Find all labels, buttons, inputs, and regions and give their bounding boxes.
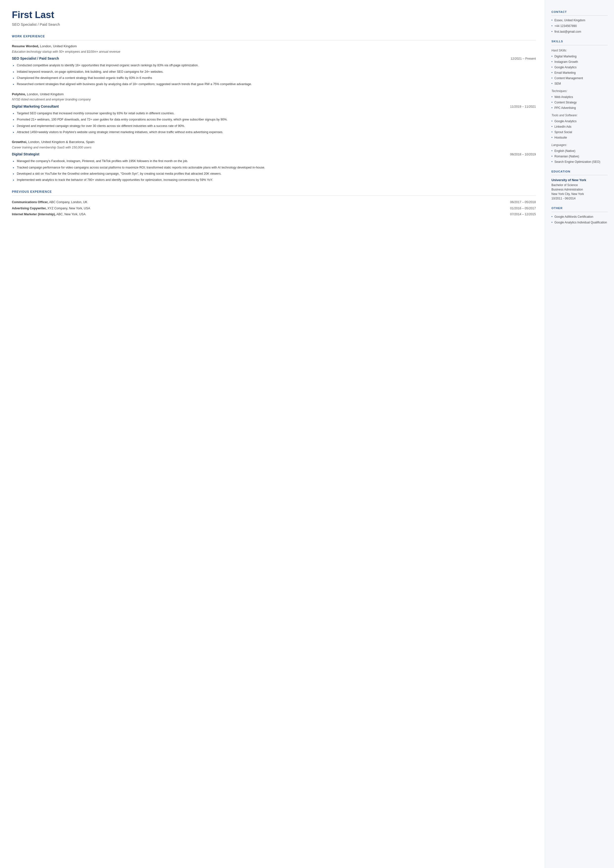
bullet-item: Promoted 21+ webinars, 100 PDF downloads… xyxy=(12,117,536,122)
bullet-item: Championed the development of a content … xyxy=(12,76,536,81)
bullet-item: Developed a skit on YouTube for the Grow… xyxy=(12,171,536,176)
hard-skills-list: Digital Marketing Instagram Growth Googl… xyxy=(552,54,608,86)
prev-exp-row: Advertising Copywriter, XYZ Company, New… xyxy=(12,205,536,211)
job-block-3: Growthsi, London, United Kingdom & Barce… xyxy=(12,140,536,183)
skill-item: Web Analytics xyxy=(552,95,608,99)
skill-item: PPC Advertising xyxy=(552,106,608,110)
company-name-1: Resume Worded, London, United Kingdom xyxy=(12,44,536,49)
contact-location: Essex, United Kingdom xyxy=(552,18,608,23)
prev-exp-dates: 06/2017 – 05/2018 xyxy=(352,199,536,205)
contact-heading: CONTACT xyxy=(552,10,608,16)
bullet-item: Initiated keyword research, on-page opti… xyxy=(12,70,536,74)
bullet-item: Attracted 1450+weekly visitors to Polyhi… xyxy=(12,130,536,135)
languages-list: English (Native) Romanian (Native) Searc… xyxy=(552,149,608,164)
job-bullets-3: Managed the company's Facebook, Instagra… xyxy=(12,159,536,183)
edu-field: Business Administration xyxy=(552,187,608,192)
job-dates-3: 06/2018 – 10/2019 xyxy=(510,152,536,157)
job-bullets-2: Targeted SEO campaigns that increased mo… xyxy=(12,111,536,135)
skill-item: Google Analytics xyxy=(552,119,608,123)
techniques-label: Techniques: xyxy=(552,89,608,93)
job-header-2: Digital Marketing Consultant 11/2019 – 1… xyxy=(12,104,536,109)
candidate-name: First Last xyxy=(12,10,536,20)
left-column: First Last SEO Specialist / Paid Search … xyxy=(0,0,545,868)
previous-experience-heading: PREVIOUS EXPERIENCE xyxy=(12,189,536,196)
skill-item: Romanian (Native) xyxy=(552,154,608,158)
skill-item: LinkedIn Ads xyxy=(552,124,608,129)
job-bullets-1: Conducted competitive analysis to identi… xyxy=(12,63,536,87)
job-dates-2: 11/2019 – 11/2021 xyxy=(510,104,536,109)
company-name-3: Growthsi, London, United Kingdom & Barce… xyxy=(12,140,536,144)
previous-experience-table: Communications Officer, ABC Company, Lon… xyxy=(12,199,536,217)
skill-item: Instagram Growth xyxy=(552,60,608,64)
education-block: University of New York Bachelor of Scien… xyxy=(552,178,608,201)
skills-heading: SKILLS xyxy=(552,39,608,45)
bullet-item: Targeted SEO campaigns that increased mo… xyxy=(12,111,536,116)
bullet-item: Managed the company's Facebook, Instagra… xyxy=(12,159,536,163)
bullet-item: Implemented web analytics to track the b… xyxy=(12,178,536,182)
tools-list: Google Analytics LinkedIn Ads Sprout Soc… xyxy=(552,119,608,140)
edu-degree: Bachelor of Science xyxy=(552,183,608,187)
company-tagline-1: Education technology startup with 50+ em… xyxy=(12,50,536,54)
skill-item: Email Marketing xyxy=(552,70,608,75)
company-tagline-3: Career training and membership SaaS with… xyxy=(12,145,536,150)
skill-item: English (Native) xyxy=(552,149,608,153)
contact-email: first.last@gmail.com xyxy=(552,30,608,34)
right-column: CONTACT Essex, United Kingdom +44 123456… xyxy=(545,0,614,868)
bullet-item: Researched content strategies that align… xyxy=(12,82,536,87)
bullet-item: Conducted competitive analysis to identi… xyxy=(12,63,536,68)
prev-exp-dates: 01/2016 – 05/2017 xyxy=(352,205,536,211)
other-heading: OTHER xyxy=(552,206,608,212)
company-name-2: Polyhire, London, United Kingdom xyxy=(12,92,536,97)
hard-skills-label: Hard SKills: xyxy=(552,48,608,53)
prev-exp-row: Internet Marketer (Internship), ABC, New… xyxy=(12,211,536,217)
job-block-2: Polyhire, London, United Kingdom NYSE-li… xyxy=(12,92,536,135)
skill-item: Content Management xyxy=(552,76,608,81)
job-title-1: SEO Specialist / Paid Search xyxy=(12,56,59,61)
prev-exp-row: Communications Officer, ABC Company, Lon… xyxy=(12,199,536,205)
techniques-list: Web Analytics Content Strategy PPC Adver… xyxy=(552,95,608,110)
job-block-1: Resume Worded, London, United Kingdom Ed… xyxy=(12,44,536,87)
other-item: Google AdWords Certification xyxy=(552,214,608,219)
tools-label: Tools and Software: xyxy=(552,113,608,118)
languages-label: Languages: xyxy=(552,143,608,147)
edu-school: University of New York xyxy=(552,178,608,183)
job-title-2: Digital Marketing Consultant xyxy=(12,104,59,109)
skill-item: Sprout Social xyxy=(552,130,608,134)
prev-exp-title: Internet Marketer (Internship), ABC, New… xyxy=(12,211,352,217)
skill-item: Search Engine Optimization (SEO) xyxy=(552,160,608,164)
bullet-item: Designed and implemented campaign strate… xyxy=(12,124,536,129)
edu-location: New York City, New York xyxy=(552,192,608,196)
job-header-3: Digital Strategist 06/2018 – 10/2019 xyxy=(12,152,536,157)
contact-phone: +44 1234567890 xyxy=(552,24,608,28)
skill-item: Content Strategy xyxy=(552,100,608,105)
company-tagline-2: NYSE-listed recruitment and employer bra… xyxy=(12,97,536,102)
bullet-item: Tracked campaign performance for video c… xyxy=(12,165,536,170)
skill-item: SEM xyxy=(552,81,608,86)
prev-exp-dates: 07/2014 – 12/2015 xyxy=(352,211,536,217)
job-header-1: SEO Specialist / Paid Search 12/2021 – P… xyxy=(12,56,536,61)
candidate-title: SEO Specialist / Paid Search xyxy=(12,22,536,28)
skill-item: Google Analytics xyxy=(552,65,608,70)
job-title-3: Digital Strategist xyxy=(12,152,39,157)
contact-list: Essex, United Kingdom +44 1234567890 fir… xyxy=(552,18,608,34)
other-list: Google AdWords Certification Google Anal… xyxy=(552,214,608,225)
job-dates-1: 12/2021 – Present xyxy=(511,56,536,61)
skill-item: Hootsuite xyxy=(552,135,608,140)
edu-dates: 10/2011 - 06/2014 xyxy=(552,196,608,201)
prev-exp-title: Advertising Copywriter, XYZ Company, New… xyxy=(12,205,352,211)
other-item: Google Analytics Individual Qualificatio… xyxy=(552,220,608,225)
work-experience-heading: WORK EXPERIENCE xyxy=(12,34,536,40)
skill-item: Digital Marketing xyxy=(552,54,608,59)
prev-exp-title: Communications Officer, ABC Company, Lon… xyxy=(12,199,352,205)
education-heading: EDUCATION xyxy=(552,169,608,175)
